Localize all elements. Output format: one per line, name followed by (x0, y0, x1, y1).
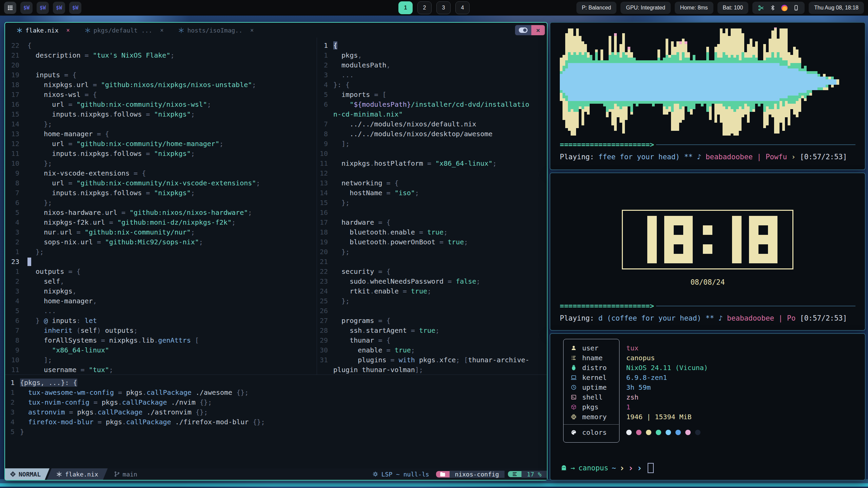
code-line: 8 ../../modules/nixos/desktop/awesome (317, 129, 547, 139)
fetch-label: memory (582, 413, 619, 421)
tag-4[interactable]: 4 (455, 1, 470, 14)
flame-icon (781, 5, 788, 11)
nix-snowflake-icon (85, 27, 91, 33)
clock-digit (638, 216, 657, 263)
tab-flake-nix[interactable]: flake.nix× (17, 27, 70, 34)
fetch-value: 6.9.8-zen1 (626, 373, 667, 382)
code-line: 4 home-manager, (5, 296, 317, 306)
prompt-arrow: → (571, 464, 575, 472)
top-bar: $W$W$W$W 1234 P: BalancedGPU: Integrated… (0, 0, 868, 16)
color-swatch (626, 430, 632, 435)
neovim-window[interactable]: flake.nix×pkgs/default ...×hosts/isoImag… (4, 22, 548, 481)
prompt-chevron: › (637, 465, 642, 472)
file-segment[interactable]: flake.nix (47, 468, 108, 480)
close-window-button[interactable]: × (531, 25, 545, 35)
buffer-pkgs-default[interactable]: 1{pkgs, ...}: {1 tux-awesome-wm-config =… (5, 375, 547, 439)
terminal-window[interactable]: usertuxhnamecanopusdistroNixOS 24.11 (Vi… (550, 333, 866, 481)
tag-1[interactable]: 1 (398, 1, 413, 14)
clock-window[interactable]: 08/08/24 =====================> Playing:… (550, 172, 866, 331)
scissors-icon (758, 5, 764, 11)
clock-widget[interactable]: Thu Aug 08, 18:18 (809, 2, 864, 14)
phone-icon (793, 5, 799, 11)
buffer-iso-image[interactable]: 1{1 pkgs,2 modulesPath,3 ...4}: {5 impor… (317, 38, 547, 374)
fetch-value: NixOS 24.11 (Vicuna) (626, 364, 708, 372)
code-line: 5} (5, 427, 547, 436)
fetch-row-hname: hnamecanopus (563, 353, 841, 363)
taskbar-item-1[interactable]: $W (20, 2, 33, 14)
now-playing-line: Playing: d (coffee for your head) ** ♪ b… (560, 314, 855, 322)
git-branch-segment[interactable]: main (114, 468, 137, 480)
mode-label: NORMAL (19, 471, 41, 478)
ghost-icon (560, 465, 567, 471)
code-line: 17 nixos-wsl = { (5, 89, 317, 99)
code-line: 3 ... (317, 70, 547, 80)
code-line: 4 firefox-mod-blur = pkgs.callPackage ./… (5, 417, 547, 427)
tag-3[interactable]: 3 (436, 1, 451, 14)
code-line: 8 url = "github:nix-community/nix-vscode… (5, 178, 317, 188)
status-pill-2[interactable]: GPU: Integrated (620, 2, 671, 14)
separator-line: =====================> (560, 141, 855, 149)
scroll-percent-label: 17 % (527, 471, 541, 478)
code-line: 27 programs = { (317, 316, 547, 325)
close-tab-icon[interactable]: × (160, 27, 163, 34)
status-pill-3[interactable]: Home: 8ms (675, 2, 713, 14)
titlebar-toggle-button[interactable] (515, 25, 531, 35)
bluetooth-icon (770, 5, 776, 11)
code-line: 23 sudo.wheelNeedsPassword = false; (317, 276, 547, 286)
code-line: 15 inputs.nixpkgs.follows = "nixpkgs"; (5, 109, 317, 119)
buffer-flake-nix[interactable]: 22{21 description = "tux's NixOS Flake";… (5, 38, 317, 374)
music-visualizer-window[interactable]: =====================> Playing: ffee for… (550, 22, 866, 170)
code-line: 12 (317, 168, 547, 178)
taskbar-item-2[interactable]: $W (37, 2, 49, 14)
code-line: 4}: { (317, 80, 547, 89)
code-line: 1 tux-awesome-wm-config = pkgs.callPacka… (5, 387, 547, 397)
taskbar-item-label: $W (40, 5, 46, 11)
tab-label: flake.nix (25, 27, 59, 34)
fetch-row-memory: memory1946 | 15394 MiB (563, 412, 841, 422)
status-pill-1[interactable]: P: Balanced (576, 2, 616, 14)
palette-icon (571, 429, 577, 435)
system-fetch: usertuxhnamecanopusdistroNixOS 24.11 (Vi… (563, 339, 841, 437)
code-line: 1 }; (5, 247, 317, 257)
code-line: 19 inputs = { (5, 70, 317, 80)
tray-icons[interactable] (752, 2, 805, 14)
close-tab-icon[interactable]: × (66, 27, 70, 34)
taskbar-item-3[interactable]: $W (53, 2, 65, 14)
color-swatch (695, 430, 701, 435)
topbar-clock-label: Thu Aug 08, 18:18 (814, 5, 859, 11)
code-line: 5 nixos-hardware.url = "github:nixos/nix… (5, 207, 317, 217)
separator-arrow: =====================> (560, 141, 654, 149)
now-playing-line: Playing: ffee for your head) ** ♪ beabad… (560, 153, 855, 161)
status-pill-4[interactable]: Bat: 100 (717, 2, 749, 14)
code-line: 21 description = "tux's NixOS Flake"; (5, 50, 317, 60)
tag-2[interactable]: 2 (417, 1, 432, 14)
lsp-label: LSP ~ null-ls (381, 471, 429, 478)
code-line: 11 nixpkgs.hostPlatform = "x86_64-linux"… (317, 158, 547, 168)
tab-label: pkgs/default ... (94, 27, 152, 34)
taskbar-item-4[interactable]: $W (69, 2, 81, 14)
fetch-value: zsh (626, 393, 638, 401)
fetch-label: distro (582, 364, 619, 372)
tab-hosts-isoImag-[interactable]: hosts/isoImag..× (178, 27, 254, 34)
color-swatch (656, 430, 661, 435)
code-line: 22 security = { (317, 266, 547, 276)
code-line: 6 } @ inputs: let (5, 316, 317, 325)
prompt-path: ~ (612, 464, 616, 472)
code-line: 11 inputs.nixpkgs.follows = "nixpkgs"; (5, 148, 317, 158)
prompt-host: canopus (578, 464, 609, 472)
code-line: 10 (317, 148, 547, 158)
code-line: 30 enable = true; (317, 345, 547, 355)
clock-digit (664, 216, 693, 263)
fetch-value: tux (626, 344, 638, 352)
app-grid-button[interactable] (4, 2, 16, 14)
project-icon-block (436, 471, 450, 477)
code-line: 16 (317, 207, 547, 217)
statusline: NORMAL flake.nix main LSP ~ null-ls nixo… (5, 468, 547, 480)
status-area: P: BalancedGPU: IntegratedHome: 8msBat: … (576, 2, 868, 14)
fetch-label: uptime (582, 383, 619, 391)
shell-prompt[interactable]: →canopus~››› (560, 463, 654, 473)
close-tab-icon[interactable]: × (250, 27, 254, 34)
color-swatch (666, 430, 671, 435)
user-icon (571, 345, 577, 351)
tab-pkgs-default-[interactable]: pkgs/default ...× (85, 27, 164, 34)
